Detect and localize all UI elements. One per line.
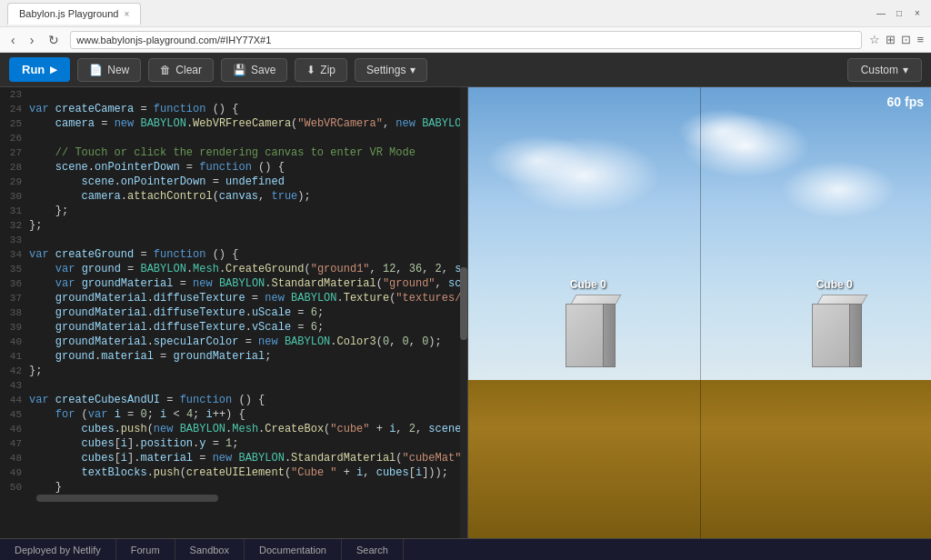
horizontal-scrollbar[interactable]: [0, 495, 467, 502]
table-row: 50 }: [0, 480, 467, 495]
status-item-netlify[interactable]: Deployed by Netlify: [0, 539, 116, 560]
star-icon[interactable]: ☆: [869, 33, 880, 46]
table-row: 38 groundMaterial.diffuseTexture.uScale …: [0, 305, 467, 320]
3d-viewport[interactable]: 60 fps Cube 0 Cube 0: [468, 87, 931, 538]
line-number: 24: [0, 104, 29, 115]
vertical-scrollbar[interactable]: [460, 87, 467, 538]
windows-icon[interactable]: ⊞: [886, 33, 896, 46]
cube-side-face: [603, 304, 616, 367]
table-row: 45 for (var i = 0; i < 4; i++) {: [0, 407, 467, 422]
back-button[interactable]: ‹: [7, 31, 19, 49]
table-row: 27 // Touch or click the rendering canva…: [0, 145, 467, 160]
line-number: 43: [0, 380, 29, 391]
clear-icon: 🗑: [160, 64, 171, 76]
table-row: 35 var ground = BABYLON.Mesh.CreateGroun…: [0, 262, 467, 276]
clear-label: Clear: [175, 64, 202, 76]
line-content: groundMaterial.diffuseTexture.vScale = 6…: [29, 321, 467, 334]
line-number: 38: [0, 307, 29, 318]
run-button[interactable]: Run: [9, 57, 70, 82]
line-content: camera.attachControl(canvas, true);: [29, 190, 467, 203]
minimize-button[interactable]: —: [875, 7, 887, 20]
run-label: Run: [22, 63, 45, 76]
code-editor[interactable]: 23 24 var createCamera = function () { 2…: [0, 87, 468, 538]
cube-left: Cube 0: [561, 278, 616, 367]
line-number: 34: [0, 249, 29, 260]
extensions-icon[interactable]: ⊡: [901, 33, 911, 46]
line-content: scene.onPointerDown = undefined: [29, 175, 467, 188]
line-number: 45: [0, 409, 29, 420]
table-row: 49 textBlocks.push(createUIElement("Cube…: [0, 465, 467, 480]
main-container: 23 24 var createCamera = function () { 2…: [0, 87, 931, 538]
browser-tab[interactable]: Babylon.js Playground ×: [7, 3, 141, 25]
address-bar: ‹ › ↻ ☆ ⊞ ⊡ ≡: [0, 27, 931, 53]
zip-button[interactable]: ⬇ Zip: [295, 58, 347, 82]
menu-icon[interactable]: ≡: [916, 33, 924, 46]
browser-title-bar: Babylon.js Playground × — □ ×: [0, 0, 931, 27]
line-content: var groundMaterial = new BABYLON.Standar…: [29, 277, 467, 290]
table-row: 24 var createCamera = function () {: [0, 102, 467, 116]
line-number: 26: [0, 133, 29, 144]
cube-right-3d: [807, 295, 862, 367]
status-search-text: Search: [356, 545, 388, 555]
line-number: 32: [0, 220, 29, 231]
close-button[interactable]: ×: [911, 7, 924, 20]
line-number: 44: [0, 395, 29, 405]
fps-counter: 60 fps: [887, 95, 924, 109]
table-row: 30 camera.attachControl(canvas, true);: [0, 189, 467, 204]
table-row: 44 var createCubesAndUI = function () {: [0, 393, 467, 407]
line-content: var createGround = function () {: [29, 248, 467, 261]
table-row: 23: [0, 87, 467, 102]
line-content: };: [29, 205, 467, 217]
table-row: 28 scene.onPointerDown = function () {: [0, 160, 467, 175]
status-item-search[interactable]: Search: [342, 539, 404, 560]
table-row: 25 camera = new BABYLON.WebVRFreeCamera(…: [0, 116, 467, 131]
line-content: cubes[i].material = new BABYLON.Standard…: [29, 452, 467, 465]
line-content: var createCubesAndUI = function () {: [29, 394, 467, 406]
table-row: 34 var createGround = function () {: [0, 247, 467, 262]
status-documentation-text: Documentation: [259, 545, 326, 555]
status-netlify-text: Deployed by Netlify: [15, 545, 101, 555]
line-number: 30: [0, 191, 29, 202]
forward-button[interactable]: ›: [26, 31, 38, 49]
line-content: cubes.push(new BABYLON.Mesh.CreateBox("c…: [29, 423, 467, 435]
status-bar: Deployed by Netlify Forum Sandbox Docume…: [0, 538, 931, 560]
line-content: camera = new BABYLON.WebVRFreeCamera("We…: [29, 117, 467, 130]
zip-icon: ⬇: [306, 64, 315, 76]
tab-close-button[interactable]: ×: [124, 9, 129, 19]
line-content: var createCamera = function () {: [29, 103, 467, 115]
line-content: cubes[i].position.y = 1;: [29, 437, 467, 450]
maximize-button[interactable]: □: [893, 7, 906, 20]
scrollbar-thumb[interactable]: [36, 495, 218, 502]
table-row: 42 };: [0, 364, 467, 378]
cube-left-label: Cube 0: [570, 278, 606, 291]
status-item-sandbox[interactable]: Sandbox: [175, 539, 245, 560]
table-row: 37 groundMaterial.diffuseTexture = new B…: [0, 291, 467, 305]
line-number: 27: [0, 147, 29, 158]
line-content: }: [29, 481, 467, 494]
line-number: 48: [0, 453, 29, 464]
status-sandbox-text: Sandbox: [190, 545, 229, 555]
table-row: 31 };: [0, 204, 467, 218]
line-number: 31: [0, 205, 29, 216]
refresh-button[interactable]: ↻: [45, 31, 63, 49]
scrollbar-thumb-vertical[interactable]: [460, 267, 467, 340]
custom-label: Custom: [861, 64, 898, 76]
table-row: 36 var groundMaterial = new BABYLON.Stan…: [0, 276, 467, 291]
custom-button[interactable]: Custom ▾: [847, 58, 922, 82]
line-number: 23: [0, 89, 29, 100]
url-input[interactable]: [70, 31, 862, 49]
line-content: groundMaterial.diffuseTexture = new BABY…: [29, 292, 467, 305]
line-content: // Touch or click the rendering canvas t…: [29, 146, 467, 159]
line-content: textBlocks.push(createUIElement("Cube " …: [29, 466, 467, 479]
save-button[interactable]: 💾 Save: [221, 58, 287, 82]
status-item-forum[interactable]: Forum: [116, 539, 175, 560]
table-row: 43: [0, 378, 467, 393]
line-number: 50: [0, 482, 29, 493]
table-row: 26: [0, 131, 467, 145]
settings-button[interactable]: Settings ▾: [355, 58, 427, 82]
line-content: groundMaterial.specularColor = new BABYL…: [29, 335, 467, 348]
clear-button[interactable]: 🗑 Clear: [148, 58, 214, 82]
status-item-documentation[interactable]: Documentation: [245, 539, 342, 560]
new-button[interactable]: 📄 New: [77, 58, 141, 82]
code-lines: 23 24 var createCamera = function () { 2…: [0, 87, 467, 495]
